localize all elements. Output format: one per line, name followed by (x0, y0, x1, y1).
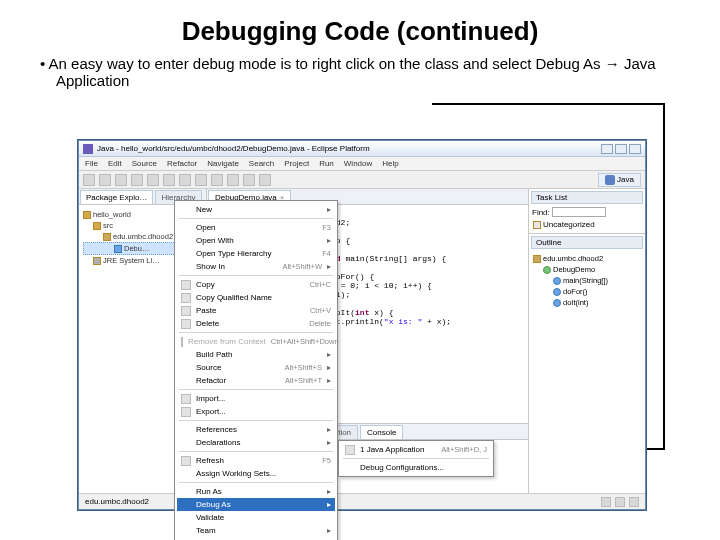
titlebar[interactable]: Java - hello_world/src/edu/umbc/dhood2/D… (79, 141, 645, 157)
toolbar-icon[interactable] (83, 174, 95, 186)
tree-jre[interactable]: JRE System Li… (103, 256, 160, 265)
submenu-arrow-icon: ▸ (327, 425, 331, 434)
context-menu-item[interactable]: New▸ (177, 203, 335, 216)
class-icon (114, 245, 122, 253)
menu-item-icon (181, 319, 191, 329)
menu-item-shortcut: F4 (322, 249, 331, 258)
status-icon[interactable] (601, 497, 611, 507)
java-perspective-icon (605, 175, 615, 185)
menu-item-shortcut: Alt+Shift+T (285, 376, 322, 385)
context-menu-item[interactable]: PasteCtrl+V (177, 304, 335, 317)
context-menu-item[interactable]: Show InAlt+Shift+W▸ (177, 260, 335, 273)
context-menu-item[interactable]: Debug As▸ (177, 498, 335, 511)
find-input[interactable] (552, 207, 606, 217)
context-menu-item[interactable]: SourceAlt+Shift+S▸ (177, 361, 335, 374)
context-menu-item[interactable]: Team▸ (177, 524, 335, 537)
menu-item-label: Build Path (196, 350, 322, 359)
menu-navigate[interactable]: Navigate (207, 159, 239, 168)
context-menu-item[interactable]: Assign Working Sets... (177, 467, 335, 480)
menu-project[interactable]: Project (284, 159, 309, 168)
context-menu-item[interactable]: Run As▸ (177, 485, 335, 498)
context-menu-item[interactable]: Build Path▸ (177, 348, 335, 361)
outline-method[interactable]: main(String[]) (563, 276, 608, 285)
context-menu-item[interactable]: RefactorAlt+Shift+T▸ (177, 374, 335, 387)
outline-class[interactable]: DebugDemo (553, 265, 595, 274)
toolbar-icon[interactable] (163, 174, 175, 186)
menu-run[interactable]: Run (319, 159, 334, 168)
task-list-header[interactable]: Task List (531, 191, 643, 204)
tree-project[interactable]: hello_world (93, 210, 131, 219)
context-menu[interactable]: New▸OpenF3Open With▸Open Type HierarchyF… (174, 200, 338, 540)
debug-as-submenu[interactable]: 1 Java ApplicationAlt+Shift+D, JDebug Co… (338, 440, 494, 477)
menu-item-label: Show In (196, 262, 277, 271)
toolbar-icon[interactable] (99, 174, 111, 186)
menu-refactor[interactable]: Refactor (167, 159, 197, 168)
menu-help[interactable]: Help (382, 159, 398, 168)
uncategorized-label[interactable]: Uncategorized (543, 220, 595, 229)
context-menu-item[interactable]: Open With▸ (177, 234, 335, 247)
tree-src[interactable]: src (103, 221, 113, 230)
toolbar-icon[interactable] (211, 174, 223, 186)
perspective-switcher[interactable]: Java (598, 173, 641, 187)
toolbar-icon[interactable] (179, 174, 191, 186)
toolbar-icon[interactable] (131, 174, 143, 186)
menu-item-shortcut: Ctrl+V (310, 306, 331, 315)
context-menu-item[interactable]: Validate (177, 511, 335, 524)
menu-item-icon (181, 456, 191, 466)
method-icon (553, 277, 561, 285)
slide-title: Debugging Code (continued) (0, 16, 720, 47)
submenu-item[interactable]: 1 Java ApplicationAlt+Shift+D, J (341, 443, 491, 456)
menu-item-label: New (196, 205, 322, 214)
outline-method[interactable]: doFor() (563, 287, 588, 296)
close-button[interactable] (629, 144, 641, 154)
tab-package-explorer[interactable]: Package Explo… (80, 190, 153, 204)
tree-pkg[interactable]: edu.umbc.dhood2 (113, 232, 173, 241)
context-menu-item[interactable]: OpenF3 (177, 221, 335, 234)
toolbar-icon[interactable] (147, 174, 159, 186)
context-menu-item[interactable]: Remove from ContextCtrl+Alt+Shift+Down (177, 335, 335, 348)
toolbar[interactable]: Java (79, 171, 645, 189)
library-icon (93, 257, 101, 265)
menu-file[interactable]: File (85, 159, 98, 168)
menu-window[interactable]: Window (344, 159, 372, 168)
context-menu-item[interactable]: Open Type HierarchyF4 (177, 247, 335, 260)
toolbar-icon[interactable] (195, 174, 207, 186)
menu-search[interactable]: Search (249, 159, 274, 168)
outline-pkg[interactable]: edu.umbc.dhood2 (543, 254, 603, 263)
submenu-arrow-icon: ▸ (327, 205, 331, 214)
context-menu-item[interactable]: DeleteDelete (177, 317, 335, 330)
toolbar-icon[interactable] (259, 174, 271, 186)
folder-icon (533, 221, 541, 229)
minimize-button[interactable] (601, 144, 613, 154)
context-menu-item[interactable]: Copy Qualified Name (177, 291, 335, 304)
toolbar-icon[interactable] (227, 174, 239, 186)
menu-item-label: Open With (196, 236, 322, 245)
menu-item-label: Export... (196, 407, 331, 416)
toolbar-icon[interactable] (115, 174, 127, 186)
context-menu-item[interactable]: References▸ (177, 423, 335, 436)
submenu-arrow-icon: ▸ (327, 262, 331, 271)
menubar[interactable]: File Edit Source Refactor Navigate Searc… (79, 157, 645, 171)
context-menu-item[interactable]: Declarations▸ (177, 436, 335, 449)
menu-edit[interactable]: Edit (108, 159, 122, 168)
method-icon (553, 288, 561, 296)
context-menu-item[interactable]: RefreshF5 (177, 454, 335, 467)
tab-console[interactable]: Console (360, 425, 403, 439)
toolbar-icon[interactable] (243, 174, 255, 186)
status-icon[interactable] (629, 497, 639, 507)
context-menu-item[interactable]: Import... (177, 392, 335, 405)
menu-item-label: Debug As (196, 500, 322, 509)
outline-header[interactable]: Outline (531, 236, 643, 249)
context-menu-item[interactable]: CopyCtrl+C (177, 278, 335, 291)
context-menu-item[interactable]: Export... (177, 405, 335, 418)
submenu-item[interactable]: Debug Configurations... (341, 461, 491, 474)
status-icon[interactable] (615, 497, 625, 507)
menu-source[interactable]: Source (132, 159, 157, 168)
maximize-button[interactable] (615, 144, 627, 154)
menu-item-icon (181, 394, 191, 404)
window-title: Java - hello_world/src/edu/umbc/dhood2/D… (97, 144, 370, 153)
tree-selected-class[interactable]: Debu… (124, 244, 149, 253)
method-icon (553, 299, 561, 307)
outline-method[interactable]: doIt(int) (563, 298, 588, 307)
menu-item-shortcut: Alt+Shift+S (284, 363, 322, 372)
